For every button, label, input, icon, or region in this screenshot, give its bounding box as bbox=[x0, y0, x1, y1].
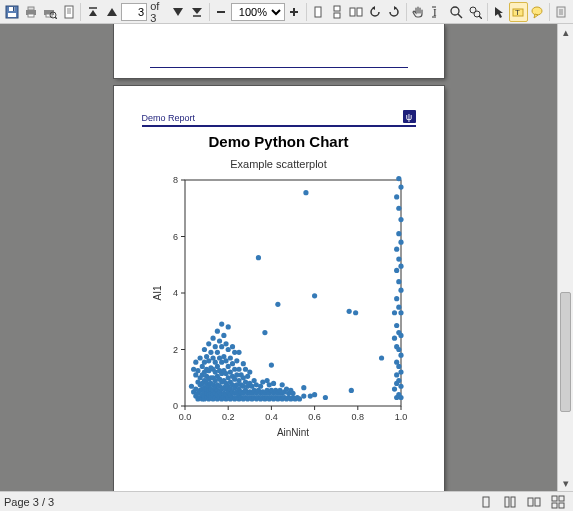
rotate-cw-button[interactable] bbox=[385, 2, 404, 22]
svg-point-245 bbox=[255, 255, 260, 260]
comment-tool-button[interactable] bbox=[528, 2, 547, 22]
svg-marker-43 bbox=[534, 14, 538, 18]
svg-point-329 bbox=[398, 333, 403, 338]
prev-page-button[interactable] bbox=[102, 2, 121, 22]
svg-point-182 bbox=[225, 347, 230, 352]
svg-point-225 bbox=[242, 367, 247, 372]
first-page-button[interactable] bbox=[83, 2, 102, 22]
facing-mode-button[interactable] bbox=[523, 492, 545, 512]
svg-point-42 bbox=[532, 7, 542, 15]
svg-point-321 bbox=[396, 257, 401, 262]
svg-point-34 bbox=[451, 7, 459, 15]
svg-point-310 bbox=[394, 296, 399, 301]
svg-point-291 bbox=[301, 385, 306, 390]
document-viewer: Demo Report ψ Demo Python Chart Example … bbox=[0, 24, 573, 491]
svg-text:0.0: 0.0 bbox=[178, 412, 191, 422]
svg-point-194 bbox=[229, 361, 234, 366]
svg-point-294 bbox=[312, 392, 317, 397]
continuous-mode-button[interactable] bbox=[499, 492, 521, 512]
hand-tool-button[interactable] bbox=[409, 2, 428, 22]
svg-point-289 bbox=[296, 396, 301, 401]
text-select-button[interactable]: I bbox=[428, 2, 447, 22]
svg-point-195 bbox=[229, 344, 234, 349]
svg-point-303 bbox=[391, 310, 396, 315]
scroll-down-icon[interactable]: ▾ bbox=[558, 475, 573, 491]
svg-text:0.8: 0.8 bbox=[351, 412, 364, 422]
rotate-ccw-button[interactable] bbox=[366, 2, 385, 22]
svg-line-35 bbox=[458, 14, 462, 18]
single-page-mode-button[interactable] bbox=[475, 492, 497, 512]
zoom-select[interactable]: 100% bbox=[231, 3, 285, 21]
svg-rect-8 bbox=[46, 14, 52, 17]
svg-text:6: 6 bbox=[172, 232, 177, 242]
svg-rect-342 bbox=[552, 496, 557, 501]
svg-rect-26 bbox=[334, 13, 340, 18]
svg-point-332 bbox=[398, 264, 403, 269]
svg-rect-11 bbox=[65, 6, 73, 18]
pointer-tool-button[interactable] bbox=[490, 2, 509, 22]
fit-facing-button[interactable] bbox=[347, 2, 366, 22]
svg-marker-39 bbox=[495, 7, 503, 18]
svg-point-162 bbox=[219, 321, 224, 326]
svg-point-331 bbox=[398, 288, 403, 293]
svg-point-176 bbox=[223, 341, 228, 346]
svg-point-316 bbox=[396, 364, 401, 369]
svg-point-333 bbox=[398, 240, 403, 245]
svg-point-147 bbox=[214, 329, 219, 334]
svg-point-88 bbox=[197, 355, 202, 360]
svg-point-73 bbox=[188, 384, 193, 389]
svg-rect-3 bbox=[13, 7, 15, 11]
fit-continuous-button[interactable] bbox=[328, 2, 347, 22]
highlight-tool-button[interactable]: T bbox=[509, 2, 528, 22]
current-page: Demo Report ψ Demo Python Chart Example … bbox=[114, 86, 444, 491]
svg-point-323 bbox=[396, 206, 401, 211]
next-page-button[interactable] bbox=[169, 2, 188, 22]
svg-rect-5 bbox=[28, 7, 34, 10]
svg-point-266 bbox=[270, 381, 275, 386]
svg-point-335 bbox=[398, 184, 403, 189]
svg-rect-1 bbox=[8, 13, 16, 17]
page-setup-button[interactable] bbox=[59, 2, 78, 22]
svg-rect-337 bbox=[483, 497, 489, 507]
svg-text:2: 2 bbox=[172, 345, 177, 355]
svg-point-299 bbox=[353, 310, 358, 315]
svg-point-328 bbox=[398, 353, 403, 358]
svg-point-298 bbox=[348, 388, 353, 393]
fit-single-button[interactable] bbox=[309, 2, 328, 22]
chart-subtitle: Example scatterplot bbox=[142, 158, 416, 170]
svg-point-322 bbox=[396, 231, 401, 236]
svg-point-286 bbox=[290, 391, 295, 396]
dynamic-zoom-button[interactable] bbox=[466, 2, 485, 22]
svg-point-139 bbox=[212, 344, 217, 349]
svg-point-330 bbox=[398, 310, 403, 315]
print-preview-button[interactable] bbox=[40, 2, 59, 22]
svg-point-271 bbox=[275, 302, 280, 307]
scroll-thumb[interactable] bbox=[560, 292, 571, 412]
scroll-up-icon[interactable]: ▴ bbox=[558, 24, 573, 40]
svg-line-38 bbox=[479, 16, 482, 19]
svg-point-83 bbox=[195, 368, 200, 373]
svg-rect-24 bbox=[315, 7, 321, 17]
svg-point-311 bbox=[394, 268, 399, 273]
svg-rect-21 bbox=[217, 11, 225, 13]
zoom-out-button[interactable] bbox=[212, 2, 231, 22]
svg-point-302 bbox=[391, 336, 396, 341]
svg-text:AI1: AI1 bbox=[152, 285, 163, 300]
vertical-scrollbar[interactable]: ▴ ▾ bbox=[557, 24, 573, 491]
print-button[interactable] bbox=[21, 2, 40, 22]
toolbar: of 3 100% I T bbox=[0, 0, 573, 24]
svg-point-313 bbox=[394, 194, 399, 199]
zoom-tool-button[interactable] bbox=[447, 2, 466, 22]
svg-point-290 bbox=[301, 394, 306, 399]
svg-point-124 bbox=[208, 350, 213, 355]
export-button[interactable] bbox=[552, 2, 571, 22]
svg-point-295 bbox=[312, 293, 317, 298]
page-number-input[interactable] bbox=[121, 3, 147, 21]
scatter-chart: 0.00.20.40.60.81.002468AinNintAI1 bbox=[149, 172, 409, 442]
save-button[interactable] bbox=[2, 2, 21, 22]
chart-main-title: Demo Python Chart bbox=[142, 133, 416, 150]
svg-point-296 bbox=[322, 395, 327, 400]
facing-continuous-mode-button[interactable] bbox=[547, 492, 569, 512]
last-page-button[interactable] bbox=[188, 2, 207, 22]
zoom-in-button[interactable] bbox=[285, 2, 304, 22]
